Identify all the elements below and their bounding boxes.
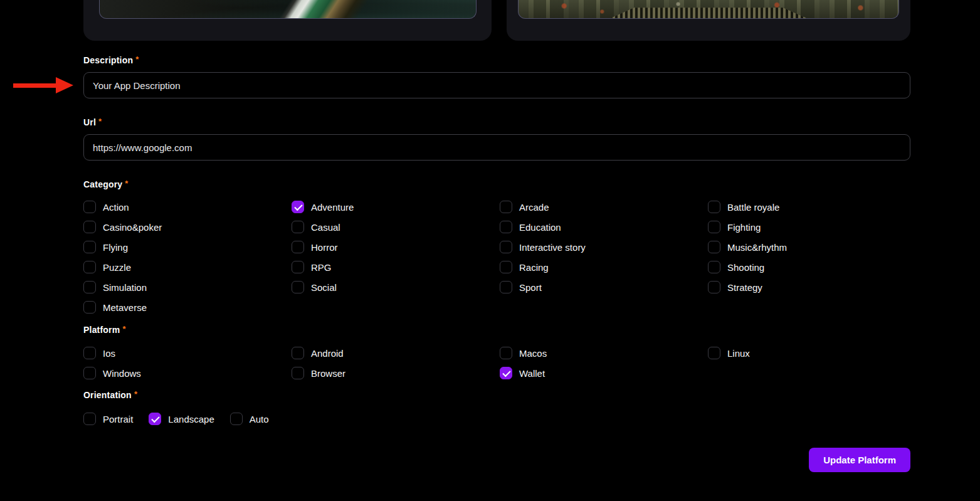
checkbox-label: Adventure <box>311 202 354 213</box>
checkbox[interactable] <box>500 221 512 233</box>
checkbox-label: Action <box>103 202 129 213</box>
checkbox-option[interactable]: Fighting <box>708 217 910 237</box>
checkbox[interactable] <box>708 241 720 253</box>
checkbox-label: Puzzle <box>103 262 131 273</box>
update-platform-button[interactable]: Update Platform <box>809 448 910 472</box>
checkbox-option[interactable]: Racing <box>500 257 708 277</box>
checkbox-label: Landscape <box>168 414 214 425</box>
checkbox[interactable] <box>708 261 720 273</box>
checkbox-option[interactable]: Flying <box>83 237 292 257</box>
checkbox[interactable] <box>83 301 96 314</box>
required-asterisk: * <box>135 55 139 64</box>
checkbox-label: Racing <box>519 262 549 273</box>
checkbox-label: Auto <box>250 414 269 425</box>
required-asterisk: * <box>125 179 128 188</box>
checkbox-option[interactable]: Windows <box>83 363 292 383</box>
checkbox-label: Flying <box>103 242 128 253</box>
checkbox[interactable] <box>292 367 304 379</box>
checkbox-option[interactable]: Casino&poker <box>83 217 292 237</box>
checkbox[interactable] <box>83 347 96 359</box>
checkbox[interactable] <box>292 221 304 233</box>
checkbox-label: Wallet <box>519 368 545 379</box>
app-preview-image-sword <box>99 0 477 19</box>
orientation-checkbox-row: Portrait Landscape Auto <box>83 409 910 429</box>
checkbox-option[interactable]: Android <box>292 343 500 363</box>
checkbox[interactable] <box>83 281 96 293</box>
preview-cards-row <box>0 0 980 41</box>
checkbox[interactable] <box>500 261 512 273</box>
app-edit-form: Description* Url* Category* Action Adven… <box>83 55 910 472</box>
category-label: Category* <box>83 179 910 189</box>
checkbox-option[interactable]: Sport <box>500 277 708 297</box>
category-checkbox-grid: Action Adventure Arcade Battle royale Ca… <box>83 197 910 317</box>
checkbox[interactable] <box>500 347 512 359</box>
checkbox-label: Arcade <box>519 202 549 213</box>
checkbox[interactable] <box>83 413 96 425</box>
checkbox-label: RPG <box>311 262 332 273</box>
checkbox-label: Casual <box>311 222 340 233</box>
checkbox-option[interactable]: Metaverse <box>83 297 292 317</box>
checkbox-option[interactable]: Music&rhythm <box>708 237 910 257</box>
red-arrow-icon <box>13 83 73 88</box>
checkbox[interactable] <box>500 241 512 253</box>
checkbox-option[interactable]: Social <box>292 277 500 297</box>
checkbox[interactable] <box>708 201 720 213</box>
checkbox-label: Browser <box>311 368 345 379</box>
checkbox-option[interactable]: Simulation <box>83 277 292 297</box>
checkbox-option[interactable]: Action <box>83 197 292 217</box>
checkbox-option[interactable]: Strategy <box>708 277 910 297</box>
checkbox-label: Windows <box>103 368 141 379</box>
checkbox-option[interactable]: RPG <box>292 257 500 277</box>
description-input[interactable] <box>83 72 910 98</box>
checkbox[interactable] <box>83 221 96 233</box>
checkbox[interactable] <box>83 241 96 253</box>
checkbox-option[interactable]: Puzzle <box>83 257 292 277</box>
checkbox-option[interactable]: Interactive story <box>500 237 708 257</box>
checkbox-label: Horror <box>311 242 338 253</box>
checkbox-option[interactable]: Auto <box>230 409 269 429</box>
checkbox-label: Portrait <box>103 414 133 425</box>
checkbox[interactable] <box>83 201 96 213</box>
checkbox-option[interactable]: Linux <box>708 343 910 363</box>
checkbox[interactable] <box>230 413 243 425</box>
checkbox-option[interactable]: Arcade <box>500 197 708 217</box>
checkbox-option[interactable]: Ios <box>83 343 292 363</box>
checkbox-label: Metaverse <box>103 302 147 313</box>
checkbox-option[interactable]: Horror <box>292 237 500 257</box>
checkbox[interactable] <box>83 367 96 379</box>
checkbox-option[interactable]: Shooting <box>708 257 910 277</box>
url-input[interactable] <box>83 134 910 161</box>
checkbox-option[interactable]: Adventure <box>292 197 500 217</box>
app-preview-card-left <box>83 0 492 41</box>
checkbox[interactable] <box>292 241 304 253</box>
checkbox-option[interactable]: Education <box>500 217 708 237</box>
checkbox[interactable] <box>292 281 304 293</box>
checkbox-option[interactable]: Browser <box>292 363 500 383</box>
form-actions: Update Platform <box>83 448 910 472</box>
checkbox[interactable] <box>500 201 512 213</box>
required-asterisk: * <box>98 117 102 126</box>
checkbox-option[interactable]: Wallet <box>500 363 708 383</box>
checkbox-label: Macos <box>519 348 547 359</box>
checkbox[interactable] <box>500 281 512 293</box>
checkbox[interactable] <box>83 261 96 273</box>
checkbox[interactable] <box>708 221 720 233</box>
checkbox[interactable] <box>292 201 304 213</box>
checkbox-option[interactable]: Battle royale <box>708 197 910 217</box>
checkbox[interactable] <box>149 413 161 425</box>
checkbox-option[interactable]: Landscape <box>149 409 214 429</box>
red-arrow-head <box>56 77 73 93</box>
orientation-label: Orientation* <box>83 389 910 400</box>
checkbox[interactable] <box>708 347 720 359</box>
url-label-text: Url <box>83 117 96 127</box>
checkbox-option[interactable]: Portrait <box>83 409 133 429</box>
checkbox[interactable] <box>708 281 720 293</box>
checkbox[interactable] <box>292 347 304 359</box>
checkbox-option[interactable]: Macos <box>500 343 708 363</box>
checkbox-option[interactable]: Casual <box>292 217 500 237</box>
app-preview-card-right <box>507 0 910 41</box>
checkbox[interactable] <box>292 261 304 273</box>
description-label-text: Description <box>83 55 133 65</box>
checkbox-label: Sport <box>519 282 542 293</box>
checkbox[interactable] <box>500 367 512 379</box>
